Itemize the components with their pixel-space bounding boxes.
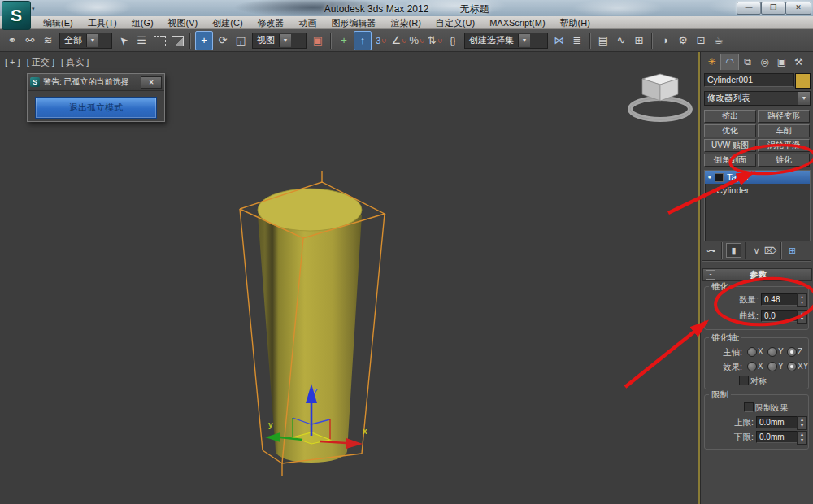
- pin-stack-icon[interactable]: ⊶: [704, 244, 718, 257]
- close-button[interactable]: ✕: [785, 2, 811, 15]
- configure-modifier-sets-icon[interactable]: ⊞: [785, 244, 799, 257]
- effect-x-label[interactable]: X: [758, 362, 763, 371]
- chevron-down-icon[interactable]: ▼: [86, 34, 98, 47]
- render-production-icon[interactable]: ☕: [711, 32, 727, 50]
- object-color-swatch[interactable]: [795, 73, 811, 89]
- menu-help[interactable]: 帮助(H): [553, 16, 598, 29]
- reference-coordinate-dropdown[interactable]: 视图 ▼: [252, 33, 307, 49]
- spinner-down-icon[interactable]: ▾: [801, 300, 803, 305]
- menu-maxscript[interactable]: MAXScript(M): [482, 16, 552, 29]
- select-by-name-icon[interactable]: ☰: [133, 32, 150, 50]
- viewport-panel-splitter[interactable]: [698, 52, 700, 504]
- select-and-move-icon[interactable]: +: [195, 31, 213, 50]
- tapered-cylinder-object[interactable]: [258, 189, 362, 463]
- named-selection-dropdown[interactable]: 创建选择集 ▼: [464, 33, 548, 49]
- primary-y-radio[interactable]: [767, 347, 777, 357]
- layer-manager-icon[interactable]: ▤: [595, 32, 611, 50]
- bind-to-spacewarp-icon[interactable]: ≋: [40, 32, 56, 50]
- limit-effect-checkbox[interactable]: [744, 402, 754, 412]
- tab-create-icon[interactable]: ✳: [703, 54, 720, 70]
- spinner-down-icon[interactable]: ▾: [801, 316, 803, 321]
- select-object-icon[interactable]: ➤: [111, 28, 136, 53]
- modifier-button-pathdeform[interactable]: 路径变形: [758, 110, 810, 123]
- modifier-button-turbosmooth[interactable]: 涡轮平滑: [758, 139, 810, 152]
- menu-modifiers[interactable]: 修改器: [250, 16, 292, 29]
- viewport-menu-pov[interactable]: [ 正交 ]: [27, 57, 54, 67]
- unlink-selection-icon[interactable]: ⚯: [22, 32, 38, 50]
- spinner-up-icon[interactable]: ▴: [801, 294, 803, 299]
- dialog-titlebar[interactable]: S 警告: 已孤立的当前选择 ✕: [28, 74, 164, 91]
- rect-selection-region-icon[interactable]: [151, 32, 167, 50]
- curve-field[interactable]: 0.0: [761, 310, 799, 322]
- parameters-rollout-header[interactable]: - 参数: [702, 268, 812, 281]
- angle-snap-icon[interactable]: ∠∩: [391, 32, 407, 50]
- select-and-link-icon[interactable]: ⚭: [4, 32, 20, 50]
- primary-z-radio[interactable]: [787, 347, 797, 357]
- effect-xy-label[interactable]: XY: [798, 362, 808, 371]
- modifier-list-dropdown[interactable]: 修改器列表 ▼: [704, 91, 811, 106]
- menu-views[interactable]: 视图(V): [161, 16, 206, 29]
- app-logo-dropdown-icon[interactable]: ▾: [32, 6, 35, 12]
- spinner-up-icon[interactable]: ▴: [801, 432, 803, 437]
- show-end-result-icon[interactable]: ▮: [726, 243, 741, 258]
- select-and-manipulate-icon[interactable]: +: [336, 32, 352, 50]
- modifier-button-lathe[interactable]: 车削: [758, 124, 810, 137]
- make-unique-icon[interactable]: ∨: [750, 244, 763, 257]
- lower-limit-spinner[interactable]: ▴▾: [797, 431, 807, 445]
- menu-edit[interactable]: 编辑(E): [36, 16, 80, 29]
- rendered-frame-icon[interactable]: ⊡: [693, 32, 709, 50]
- stack-item-taper[interactable]: ● Taper: [705, 171, 810, 184]
- lightbulb-icon[interactable]: ●: [705, 171, 715, 184]
- cylinder-body[interactable]: [258, 215, 362, 463]
- menu-customize[interactable]: 自定义(U): [428, 16, 482, 29]
- chevron-down-icon[interactable]: ▼: [518, 34, 530, 47]
- primary-x-radio[interactable]: [747, 347, 757, 357]
- snaps-3d-icon[interactable]: 3∩: [373, 32, 389, 50]
- lower-limit-field[interactable]: 0.0mm: [756, 431, 799, 443]
- spinner-up-icon[interactable]: ▴: [801, 311, 803, 315]
- chevron-down-icon[interactable]: ▼: [798, 92, 810, 105]
- curve-spinner[interactable]: ▴▾: [797, 310, 807, 324]
- menu-group[interactable]: 组(G): [124, 16, 161, 29]
- edit-named-selections-icon[interactable]: {}: [445, 32, 461, 50]
- render-setup-icon[interactable]: ⚙: [675, 32, 691, 50]
- amount-spinner[interactable]: ▴▾: [797, 293, 807, 307]
- material-editor-icon[interactable]: ◑: [657, 32, 673, 50]
- modifier-button-taper[interactable]: 锥化: [758, 154, 810, 167]
- tab-display-icon[interactable]: ▣: [773, 54, 790, 70]
- exit-isolation-button[interactable]: 退出孤立模式: [35, 97, 157, 119]
- effect-x-radio[interactable]: [747, 362, 757, 371]
- select-and-rotate-icon[interactable]: ⟳: [215, 32, 231, 50]
- modifier-button-uvwmap[interactable]: UVW 贴图: [704, 139, 756, 152]
- upper-limit-field[interactable]: 0.0mm: [756, 416, 799, 428]
- spinner-snap-icon[interactable]: ⇅∩: [427, 32, 443, 50]
- tab-motion-icon[interactable]: ◎: [756, 54, 773, 70]
- object-name-field[interactable]: Cylinder001: [704, 73, 794, 87]
- effect-xy-radio[interactable]: [787, 362, 797, 371]
- viewport-menu-general[interactable]: [ + ]: [5, 57, 20, 67]
- mirror-icon[interactable]: ⋈: [551, 32, 567, 50]
- select-and-scale-icon[interactable]: ◲: [233, 32, 249, 50]
- spinner-down-icon[interactable]: ▾: [801, 437, 803, 442]
- effect-y-label[interactable]: Y: [778, 362, 784, 371]
- tab-hierarchy-icon[interactable]: ⧉: [739, 54, 756, 70]
- spinner-down-icon[interactable]: ▾: [801, 423, 803, 428]
- snap-toggle-icon[interactable]: ↑: [354, 31, 372, 50]
- use-pivot-center-icon[interactable]: ▣: [310, 32, 326, 50]
- selection-filter-dropdown[interactable]: 全部 ▼: [59, 33, 112, 49]
- symmetry-label[interactable]: 对称: [750, 376, 767, 387]
- viewcube[interactable]: [630, 74, 690, 119]
- tab-utilities-icon[interactable]: ⚒: [790, 54, 807, 70]
- align-icon[interactable]: ≣: [569, 32, 585, 50]
- menu-tools[interactable]: 工具(T): [80, 16, 124, 29]
- menu-create[interactable]: 创建(C): [205, 16, 250, 29]
- schematic-view-icon[interactable]: ⊞: [631, 32, 647, 50]
- limit-effect-label[interactable]: 限制效果: [755, 402, 788, 414]
- primary-x-label[interactable]: X: [758, 347, 763, 356]
- viewport-menu-shading[interactable]: [ 真实 ]: [61, 57, 89, 67]
- percent-snap-icon[interactable]: %∩: [409, 32, 425, 50]
- symmetry-checkbox[interactable]: [739, 376, 749, 385]
- amount-field[interactable]: 0.48: [761, 293, 799, 306]
- chevron-down-icon[interactable]: ▼: [279, 34, 291, 47]
- window-crossing-icon[interactable]: [169, 32, 185, 50]
